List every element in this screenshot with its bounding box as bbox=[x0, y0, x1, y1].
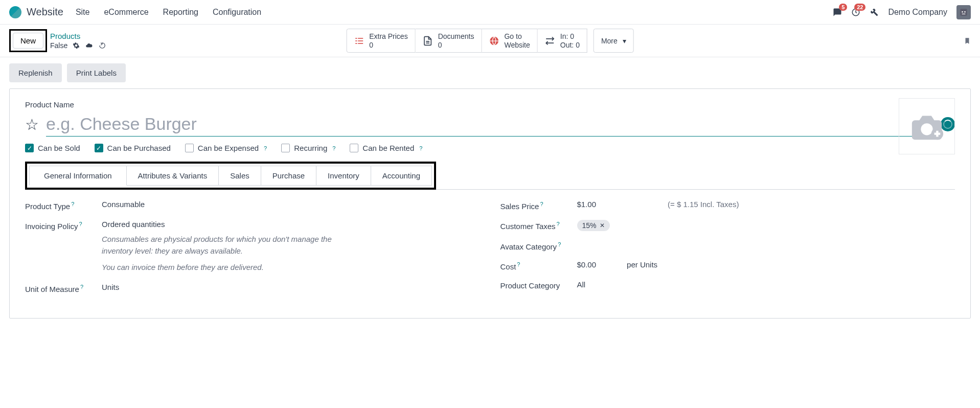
nav-configuration[interactable]: Configuration bbox=[213, 8, 261, 17]
print-labels-button[interactable]: Print Labels bbox=[67, 63, 126, 82]
checkbox-icon bbox=[350, 144, 358, 152]
product-name-input[interactable] bbox=[46, 112, 933, 137]
sales-price-value[interactable]: $1.00 bbox=[577, 200, 597, 209]
nav-reporting[interactable]: Reporting bbox=[163, 8, 198, 17]
invoicing-policy-label: Invoicing Policy bbox=[25, 222, 78, 231]
product-type-hint2: You can invoice them before they are del… bbox=[102, 262, 357, 274]
product-type-value[interactable]: Consumable bbox=[102, 200, 480, 209]
tab-inventory[interactable]: Inventory bbox=[316, 166, 371, 186]
tab-general-information[interactable]: General Information bbox=[29, 166, 127, 186]
svg-rect-8 bbox=[355, 43, 357, 44]
replenish-button[interactable]: Replenish bbox=[9, 63, 62, 82]
product-tabs: General Information Attributes & Variant… bbox=[29, 166, 432, 186]
control-row: New Products False Extra Prices0 Documen… bbox=[0, 25, 980, 57]
tab-sales[interactable]: Sales bbox=[219, 166, 261, 186]
svg-rect-4 bbox=[355, 38, 357, 39]
action-row: Replenish Print Labels bbox=[0, 57, 980, 88]
help-icon[interactable]: ? bbox=[332, 145, 335, 151]
stat-more[interactable]: More ▾ bbox=[594, 29, 634, 53]
undo-icon[interactable] bbox=[98, 42, 106, 49]
activities-icon[interactable]: 22 bbox=[851, 8, 860, 17]
out-label: Out: 0 bbox=[560, 41, 580, 50]
user-avatar[interactable] bbox=[956, 5, 971, 19]
svg-point-3 bbox=[964, 11, 966, 12]
avatax-label: Avatax Category bbox=[500, 242, 557, 251]
breadcrumb-current: False bbox=[50, 41, 67, 50]
chk-recurring[interactable]: Recurring? bbox=[281, 144, 335, 152]
documents-label: Documents bbox=[438, 32, 474, 41]
breadcrumb-products[interactable]: Products bbox=[50, 32, 106, 40]
nav-site[interactable]: Site bbox=[76, 8, 90, 17]
svg-rect-1 bbox=[960, 9, 967, 15]
stat-extra-prices[interactable]: Extra Prices0 bbox=[346, 29, 415, 53]
extra-prices-label: Extra Prices bbox=[369, 32, 407, 41]
nav-ecommerce[interactable]: eCommerce bbox=[104, 8, 148, 17]
uom-value[interactable]: Units bbox=[102, 283, 480, 291]
tab-accounting[interactable]: Accounting bbox=[371, 166, 432, 186]
new-button[interactable]: New bbox=[13, 33, 43, 49]
tab-purchase[interactable]: Purchase bbox=[261, 166, 316, 186]
app-name[interactable]: Website bbox=[27, 6, 63, 18]
tax-tag[interactable]: 15%✕ bbox=[577, 220, 610, 231]
checkbox-icon bbox=[185, 144, 194, 152]
chk-can-be-expensed[interactable]: Can be Expensed? bbox=[185, 144, 267, 152]
in-label: In: 0 bbox=[560, 32, 580, 41]
svg-rect-5 bbox=[358, 38, 363, 39]
cost-label: Cost bbox=[500, 262, 516, 271]
chk-can-be-sold[interactable]: ✓Can be Sold bbox=[25, 144, 80, 152]
remove-tag-icon[interactable]: ✕ bbox=[600, 222, 605, 229]
help-icon[interactable]: ? bbox=[540, 201, 543, 207]
documents-val: 0 bbox=[438, 41, 474, 50]
customer-taxes-label: Customer Taxes bbox=[500, 222, 556, 231]
website-l1: Go to bbox=[504, 32, 530, 41]
help-icon[interactable]: ? bbox=[557, 221, 560, 227]
checkbox-checked-icon: ✓ bbox=[25, 144, 34, 152]
product-name-label: Product Name bbox=[25, 100, 955, 109]
product-form: Product Name ☆ ✓Can be Sold ✓Can be Purc… bbox=[9, 88, 971, 319]
svg-rect-7 bbox=[358, 40, 363, 41]
help-icon[interactable]: ? bbox=[558, 241, 561, 247]
help-icon[interactable]: ? bbox=[80, 284, 83, 290]
product-category-value[interactable]: All bbox=[577, 280, 955, 289]
stat-documents[interactable]: Documents0 bbox=[416, 29, 482, 53]
stat-buttons: Extra Prices0 Documents0 Go toWebsite In… bbox=[346, 29, 634, 53]
messages-icon[interactable]: 5 bbox=[833, 8, 842, 17]
top-nav: Website Site eCommerce Reporting Configu… bbox=[0, 0, 980, 25]
svg-rect-6 bbox=[355, 40, 357, 41]
product-type-hint1: Consumables are physical products for wh… bbox=[102, 234, 357, 257]
sales-price-label: Sales Price bbox=[500, 202, 539, 211]
chk-can-be-purchased[interactable]: ✓Can be Purchased bbox=[95, 144, 171, 152]
tools-icon[interactable] bbox=[870, 8, 879, 17]
uom-label: Unit of Measure bbox=[25, 285, 79, 293]
svg-point-11 bbox=[921, 123, 932, 135]
more-label: More bbox=[601, 37, 618, 45]
product-type-label: Product Type bbox=[25, 202, 70, 211]
stat-website[interactable]: Go toWebsite bbox=[482, 29, 537, 53]
help-icon[interactable]: ? bbox=[419, 145, 422, 151]
cloud-icon[interactable] bbox=[85, 42, 93, 49]
favorite-star-icon[interactable]: ☆ bbox=[25, 116, 39, 133]
bookmark-icon[interactable] bbox=[964, 36, 971, 46]
help-icon[interactable]: ? bbox=[264, 145, 267, 151]
help-icon[interactable]: ? bbox=[79, 221, 82, 227]
invoicing-policy-value[interactable]: Ordered quantities bbox=[102, 220, 480, 229]
cost-value[interactable]: $0.00 bbox=[577, 260, 597, 269]
svg-point-2 bbox=[962, 11, 963, 12]
stat-inout[interactable]: In: 0Out: 0 bbox=[538, 29, 587, 53]
product-image-upload[interactable] bbox=[899, 98, 955, 154]
cost-unit: per Units bbox=[627, 260, 657, 269]
tabs-highlight: General Information Attributes & Variant… bbox=[25, 162, 436, 190]
activities-badge: 22 bbox=[854, 4, 865, 11]
svg-rect-9 bbox=[358, 43, 363, 44]
messages-badge: 5 bbox=[839, 4, 847, 11]
help-icon[interactable]: ? bbox=[517, 261, 520, 267]
company-name[interactable]: Demo Company bbox=[888, 8, 947, 17]
app-logo[interactable] bbox=[9, 6, 21, 18]
new-highlight: New bbox=[9, 29, 47, 52]
extra-prices-val: 0 bbox=[369, 41, 407, 50]
checkbox-icon bbox=[281, 144, 290, 152]
gear-icon[interactable] bbox=[73, 42, 80, 49]
chk-can-be-rented[interactable]: Can be Rented? bbox=[350, 144, 422, 152]
tab-attributes-variants[interactable]: Attributes & Variants bbox=[127, 166, 219, 186]
help-icon[interactable]: ? bbox=[71, 201, 74, 207]
